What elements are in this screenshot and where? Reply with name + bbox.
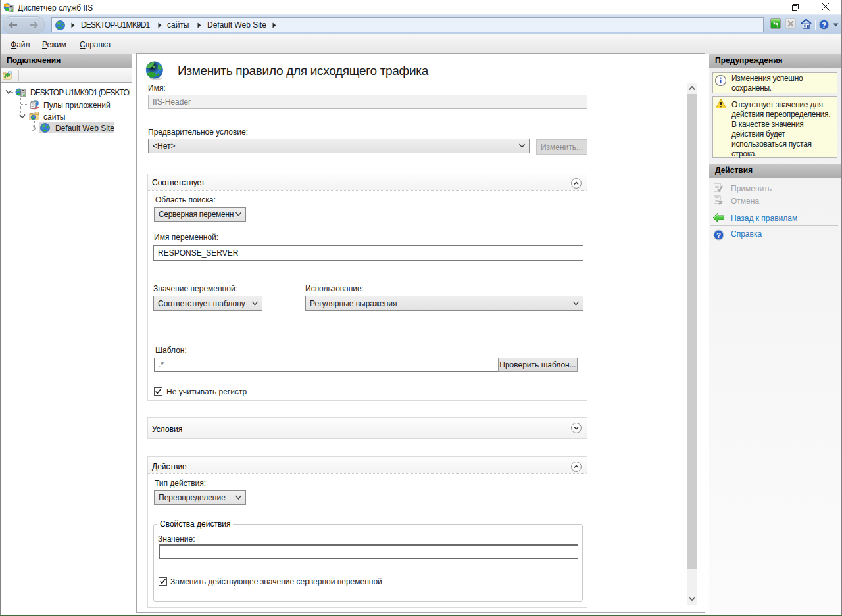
svg-text:?: ?	[716, 231, 721, 239]
svg-text:?: ?	[822, 21, 826, 29]
